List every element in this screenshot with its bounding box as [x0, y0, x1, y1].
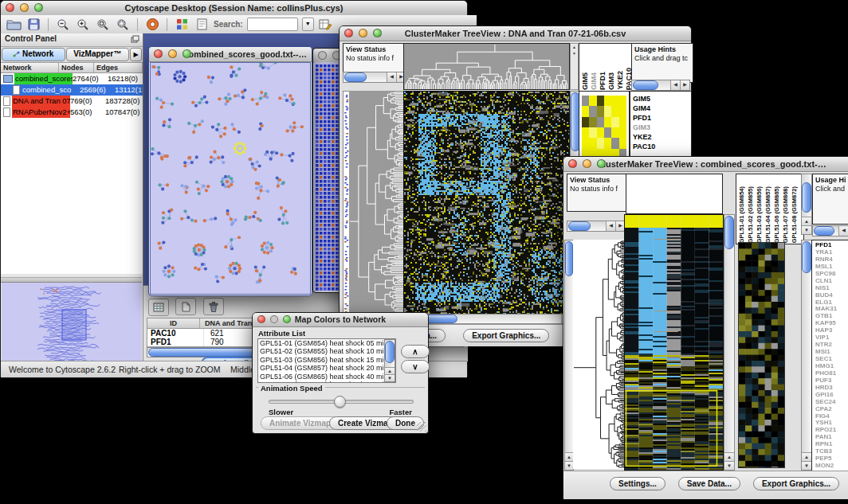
- minimize-button[interactable]: [168, 49, 177, 58]
- treeview-button[interactable]: Export Graphics...: [463, 329, 549, 342]
- gene-list-item[interactable]: RNR4: [815, 256, 848, 263]
- gene-list-item[interactable]: TCB3: [815, 447, 848, 455]
- gene-list-item[interactable]: NTR2: [815, 341, 848, 348]
- attribute-browser-icon[interactable]: [318, 18, 334, 32]
- gene-list-item[interactable]: CLN1: [815, 277, 848, 284]
- gene-list-item[interactable]: FIG4: [815, 412, 848, 420]
- attribute-list-item[interactable]: GPL51-06 (GSM865) heat shock 40 min: [258, 373, 386, 381]
- gene-list-item[interactable]: CPA2: [815, 405, 848, 412]
- gene-list-item[interactable]: GIM3: [633, 123, 691, 132]
- main-window-titlebar[interactable]: Cytoscape Desktop (Session Name: collins…: [1, 1, 467, 16]
- scroll-left-icon[interactable]: ◀: [670, 80, 680, 90]
- usage-hints-hscrollbar[interactable]: ◀ ▶: [631, 80, 690, 91]
- scroll-left-icon[interactable]: ◀: [387, 72, 396, 82]
- scroll-down-icon[interactable]: ▼: [802, 461, 811, 470]
- search-dropdown-icon[interactable]: ▼: [302, 18, 314, 31]
- gene-list-item[interactable]: BUD4: [815, 291, 848, 299]
- delete-attribute-icon[interactable]: [203, 298, 224, 315]
- scroll-down-icon[interactable]: ▼: [385, 374, 395, 381]
- correlation-matrix[interactable]: [582, 96, 626, 159]
- minimize-button[interactable]: [20, 3, 29, 12]
- gene-list-item[interactable]: MAK31: [815, 305, 848, 312]
- gene-list-item[interactable]: GPI16: [815, 391, 848, 398]
- row-dendrogram-canvas[interactable]: [573, 240, 626, 469]
- tab-network[interactable]: Network: [2, 48, 65, 61]
- close-button[interactable]: [154, 49, 163, 58]
- scroll-right-icon[interactable]: ▶: [680, 80, 689, 90]
- annotation-icon[interactable]: [194, 18, 210, 32]
- row-dendrogram-canvas[interactable]: [349, 91, 403, 313]
- animate-vizmap-button[interactable]: Animate Vizmap: [261, 416, 340, 430]
- gene-list-item[interactable]: RPN1: [815, 440, 848, 447]
- view-status-hscrollbar[interactable]: ◀ ▶: [343, 72, 406, 83]
- usage-hints-hscrollbar[interactable]: ◀ ▶: [812, 225, 848, 236]
- zoom-in-icon[interactable]: [75, 18, 91, 32]
- close-button[interactable]: [257, 315, 265, 323]
- column-dendrogram-canvas[interactable]: [403, 43, 570, 90]
- gene-list-item[interactable]: PEP5: [815, 455, 848, 462]
- gene-list-item[interactable]: GIM4: [633, 104, 691, 113]
- gene-list-item[interactable]: PAC10: [633, 142, 691, 151]
- zoom-out-icon[interactable]: [55, 18, 71, 32]
- gene-list-item[interactable]: VIP1: [815, 334, 848, 341]
- move-up-button[interactable]: ∧: [401, 345, 430, 358]
- gene-list-item[interactable]: YRA1: [815, 248, 848, 256]
- help-lifering-icon[interactable]: [144, 18, 160, 32]
- close-button[interactable]: [6, 3, 14, 12]
- gene-list-item[interactable]: PUF3: [815, 377, 848, 384]
- treeview-button[interactable]: Settings...: [610, 477, 665, 490]
- select-attributes-icon[interactable]: [148, 299, 169, 316]
- zoom-fit-icon[interactable]: [115, 18, 131, 32]
- minimize-button[interactable]: [583, 159, 591, 168]
- gene-list-item[interactable]: YSH1: [815, 419, 848, 426]
- gene-list-item[interactable]: PAN1: [815, 433, 848, 440]
- treeview-button[interactable]: Save Data...: [678, 477, 740, 490]
- heatmap-hscrollbar[interactable]: ◀ ▶: [403, 314, 581, 324]
- gene-list-item[interactable]: ELG1: [815, 299, 848, 306]
- attribute-list-item[interactable]: GPL51-07 (GSM868) heat shock 60 min: [258, 381, 386, 383]
- network-view-canvas[interactable]: [150, 62, 311, 295]
- labels-vscrollbar[interactable]: ▲ ▼: [801, 174, 812, 235]
- mini-scroll-strip[interactable]: ▲▼: [570, 43, 579, 90]
- save-icon[interactable]: [26, 18, 41, 32]
- treeview2-titlebar[interactable]: ClusterMaker TreeView : combined_scores_…: [563, 157, 848, 172]
- gene-list-item[interactable]: SEC24: [815, 398, 848, 405]
- gene-list-item[interactable]: GTB1: [815, 312, 848, 319]
- scroll-up-icon[interactable]: ▲: [802, 452, 811, 461]
- network-overview-canvas[interactable]: [2, 282, 142, 367]
- treeview-button[interactable]: Export Graphics...: [753, 477, 839, 490]
- gene-list-item[interactable]: SPC98: [815, 270, 848, 277]
- tab-overflow-icon[interactable]: ▶: [130, 48, 142, 61]
- gene-list-item[interactable]: GIM5: [633, 94, 691, 104]
- network-table-row[interactable]: combined_sco 2569(6) 13112(15): [1, 84, 143, 96]
- gene-list-item[interactable]: HMG1: [815, 362, 848, 369]
- attribute-list-item[interactable]: GPL51-03 (GSM856) heat shock 15 min: [258, 356, 386, 364]
- gene-list-item[interactable]: YKE2: [633, 132, 691, 142]
- zoom-button[interactable]: [283, 315, 291, 323]
- gene-list-item[interactable]: MON2: [815, 462, 848, 469]
- column-header-edges[interactable]: Edges: [94, 63, 143, 72]
- vizmapper-grid-icon[interactable]: [174, 18, 190, 32]
- gene-list-item[interactable]: PHO81: [815, 369, 848, 377]
- minimize-button[interactable]: [270, 315, 278, 323]
- dialog-titlebar[interactable]: Map Colors to Network: [253, 313, 428, 327]
- heatmap-vscrollbar[interactable]: ▲ ▼: [724, 214, 735, 471]
- treeview1-titlebar[interactable]: ClusterMaker TreeView : DNA and Tran 07-…: [340, 26, 691, 41]
- search-input[interactable]: [247, 18, 298, 31]
- gene-list-item[interactable]: KAP95: [815, 319, 848, 326]
- gene-list-item[interactable]: RPO21: [815, 426, 848, 433]
- move-down-button[interactable]: ∨: [401, 360, 430, 373]
- network-window-titlebar[interactable]: combined_scores_good.txt--cluste...: [149, 47, 312, 62]
- zoom-heatmap-canvas[interactable]: [738, 242, 785, 468]
- gene-list-item[interactable]: PFD1: [815, 241, 848, 248]
- gene-list-item[interactable]: MSL1: [815, 263, 848, 270]
- zoom-button[interactable]: [34, 3, 43, 12]
- heatmap-canvas[interactable]: [624, 214, 724, 471]
- gene-list-item[interactable]: NIS1: [815, 284, 848, 291]
- attribute-list-vscrollbar[interactable]: ▲ ▼: [384, 339, 395, 382]
- gene-list-item[interactable]: SEC1: [815, 355, 848, 362]
- open-file-icon[interactable]: [6, 18, 22, 32]
- zoom-button[interactable]: [597, 159, 606, 168]
- attribute-list-item[interactable]: GPL51-04 (GSM857) heat shock 20 min: [258, 364, 386, 372]
- zoom-button[interactable]: [183, 49, 191, 58]
